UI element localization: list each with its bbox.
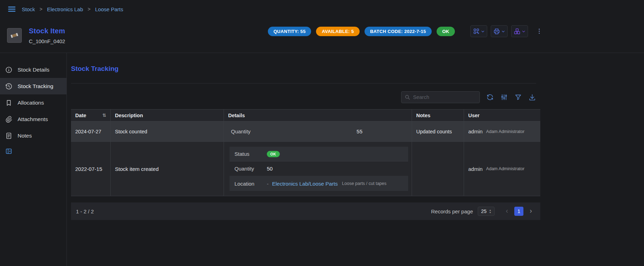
stepper-icon: ▲▼ (489, 209, 491, 214)
refresh-icon[interactable] (486, 93, 494, 101)
column-label: Notes (416, 113, 430, 118)
more-options-icon[interactable] (536, 28, 543, 35)
details-inner-table: Status OK Quantity 50 Location - Electro… (230, 147, 408, 191)
sidebar-item-label: Attachments (18, 116, 48, 122)
column-header-notes: Notes (412, 109, 464, 121)
breadcrumb-loose-parts[interactable]: Loose Parts (95, 6, 123, 12)
date-cell: 2024-07-27 (71, 121, 111, 142)
records-per-page-value: 25 (481, 208, 487, 214)
stock-item-thumbnail[interactable] (7, 28, 22, 43)
page-title: Stock Item (29, 27, 65, 35)
info-icon (5, 66, 13, 74)
column-header-user: User (464, 109, 540, 121)
barcode-actions-button[interactable] (470, 25, 487, 37)
search-icon (404, 94, 411, 100)
sidebar-item-allocations[interactable]: Allocations (0, 94, 66, 111)
collapse-sidebar-icon[interactable] (5, 147, 13, 155)
search-box (401, 91, 480, 103)
adjustments-icon[interactable] (500, 93, 508, 101)
description-cell: Stock counted (111, 121, 224, 142)
batch-code-badge: BATCH CODE: 2022-7-15 (365, 27, 432, 36)
description-value: Stock counted (115, 129, 147, 134)
location-link[interactable]: Electronics Lab/Loose Parts (272, 181, 338, 187)
column-header-details: Details (224, 109, 412, 121)
detail-location-row: Location - Electronics Lab/Loose Parts L… (230, 176, 408, 191)
next-page-button[interactable]: › (526, 207, 535, 216)
header-badges: QUANTITY: 55 AVAILABLE: 5 BATCH CODE: 20… (268, 27, 455, 36)
bookmark-icon (5, 99, 13, 107)
capacitor-image (9, 30, 20, 41)
page-header: Stock Item C_100nF_0402 QUANTITY: 55 AVA… (0, 18, 644, 53)
content-area: Stock Details Stock Tracking Allocations (0, 53, 644, 266)
records-per-page-label: Records per page (431, 208, 473, 214)
search-input[interactable] (413, 94, 477, 100)
date-cell: 2022-07-15 (71, 142, 111, 196)
chevron-down-icon (501, 29, 505, 33)
stock-tracking-table: Date ⇅ Description Details Notes User (71, 109, 540, 196)
table-footer: 1 - 2 / 2 Records per page 25 ▲▼ ‹ 1 › (71, 202, 540, 220)
date-value: 2024-07-27 (75, 129, 101, 134)
print-actions-button[interactable] (491, 25, 508, 37)
detail-value: 55 (270, 128, 362, 134)
detail-value: 50 (267, 166, 273, 172)
stock-operations-button[interactable] (511, 25, 528, 37)
table-header-row: Date ⇅ Description Details Notes User (71, 109, 540, 121)
hamburger-menu-icon[interactable] (7, 5, 16, 14)
table-row[interactable]: 2024-07-27 Stock counted Quantity 55 Upd… (71, 121, 540, 142)
breadcrumb-separator: > (40, 6, 43, 12)
previous-page-button[interactable]: ‹ (502, 207, 511, 216)
quantity-badge: QUANTITY: 55 (268, 27, 311, 36)
available-badge: AVAILABLE: 5 (316, 27, 359, 36)
sidebar-item-label: Stock Tracking (18, 83, 53, 89)
paperclip-icon (5, 115, 13, 123)
sidebar-item-attachments[interactable]: Attachments (0, 111, 66, 127)
section-divider (71, 83, 536, 84)
detail-label: Quantity (234, 166, 267, 172)
sidebar-item-label: Stock Details (18, 67, 49, 73)
page-subtitle: C_100nF_0402 (29, 38, 65, 44)
breadcrumb-stock[interactable]: Stock (22, 6, 35, 12)
download-icon[interactable] (528, 93, 536, 101)
breadcrumb-electronics-lab[interactable]: Electronics Lab (47, 6, 83, 12)
main-panel: Stock Tracking (67, 53, 536, 266)
notes-value: Updated counts (416, 129, 452, 134)
section-title: Stock Tracking (71, 65, 536, 73)
details-cell: Quantity 55 (224, 121, 412, 142)
history-icon (5, 82, 13, 90)
column-label: Date (75, 113, 86, 118)
record-range: 1 - 2 / 2 (76, 208, 94, 214)
packages-icon (514, 28, 521, 35)
sidebar-item-label: Allocations (18, 100, 44, 106)
sidebar-item-stock-tracking[interactable]: Stock Tracking (0, 78, 66, 94)
qrcode-icon (473, 28, 480, 35)
column-label: User (468, 113, 479, 118)
sidebar-item-label: Notes (18, 133, 32, 139)
date-value: 2022-07-15 (75, 166, 102, 172)
page-1-button[interactable]: 1 (514, 207, 523, 216)
header-actions (470, 25, 543, 37)
filter-icon[interactable] (514, 93, 522, 101)
chevron-down-icon (522, 29, 526, 33)
location-prefix: - (267, 181, 269, 187)
description-value: Stock item created (115, 166, 159, 172)
footer-controls: Records per page 25 ▲▼ ‹ 1 › (431, 207, 535, 216)
column-label: Details (228, 113, 245, 118)
ok-status-badge: OK (267, 151, 280, 157)
sidebar-item-notes[interactable]: Notes (0, 127, 66, 144)
column-header-date[interactable]: Date ⇅ (71, 109, 111, 121)
detail-label: Status (234, 151, 267, 157)
chevron-down-icon (481, 29, 485, 33)
username: admin (468, 128, 483, 134)
records-per-page-select[interactable]: 25 ▲▼ (478, 207, 495, 216)
pagination: ‹ 1 › (502, 207, 535, 216)
user-cell: admin Adam Administrator (464, 142, 540, 196)
sort-icon: ⇅ (102, 113, 106, 118)
sidebar-item-stock-details[interactable]: Stock Details (0, 61, 66, 78)
title-block: Stock Item C_100nF_0402 (29, 27, 65, 44)
table-toolbar (71, 91, 536, 103)
breadcrumb-separator: > (88, 6, 90, 12)
table-row[interactable]: 2022-07-15 Stock item created Status OK … (71, 142, 540, 196)
top-navigation-bar: Stock > Electronics Lab > Loose Parts (0, 0, 644, 18)
column-header-description: Description (111, 109, 224, 121)
user-full-name: Adam Administrator (486, 129, 524, 134)
